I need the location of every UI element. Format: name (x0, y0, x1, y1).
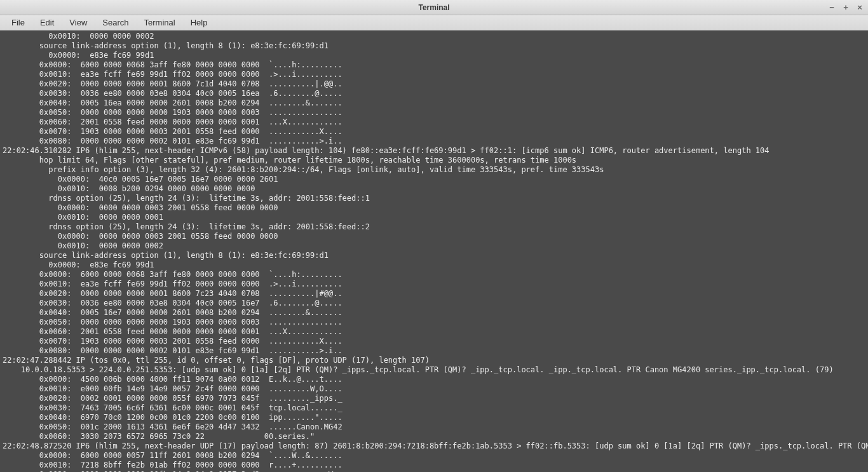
menu-edit[interactable]: Edit (34, 17, 60, 29)
titlebar: Terminal − + × (0, 0, 868, 15)
menubar: File Edit View Search Terminal Help (0, 15, 868, 30)
terminal-output[interactable]: 0x0010: 0000 0000 0002 source link-addre… (0, 30, 868, 472)
menu-view[interactable]: View (63, 17, 93, 29)
menu-help[interactable]: Help (184, 17, 214, 29)
maximize-icon[interactable]: + (841, 3, 850, 12)
menu-search[interactable]: Search (96, 17, 135, 29)
menu-file[interactable]: File (5, 17, 31, 29)
minimize-icon[interactable]: − (827, 3, 836, 12)
window-title: Terminal (418, 3, 449, 12)
window-controls: − + × (827, 0, 864, 15)
close-icon[interactable]: × (855, 3, 864, 12)
menu-terminal[interactable]: Terminal (138, 17, 182, 29)
